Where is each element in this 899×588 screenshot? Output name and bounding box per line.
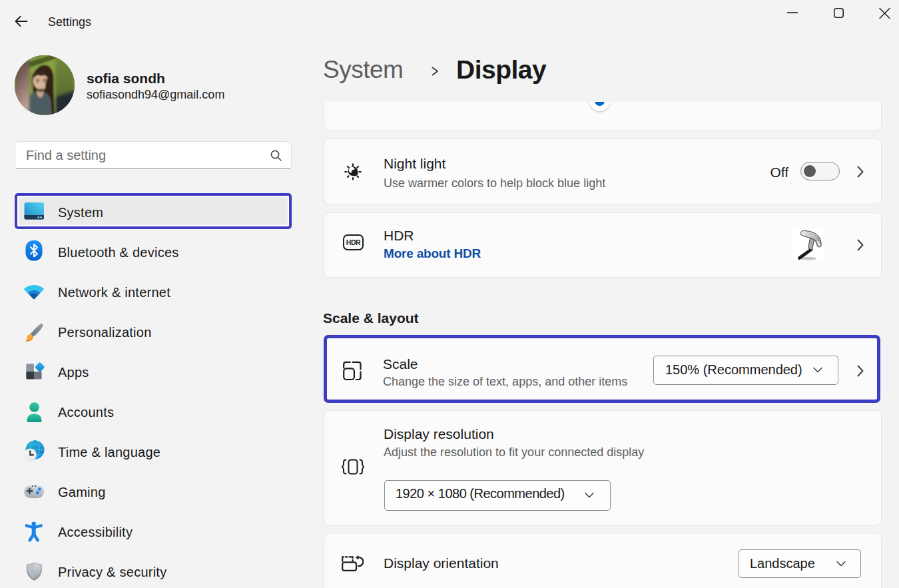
svg-text:HDR: HDR <box>346 238 361 246</box>
